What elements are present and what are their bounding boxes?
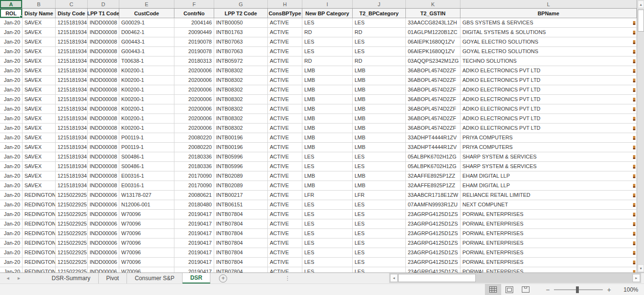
cell[interactable]: T00638-1 (119, 57, 174, 66)
cell[interactable]: INTB05972 (214, 57, 268, 66)
cell[interactable]: E00316-1 (119, 181, 174, 191)
cell[interactable]: INDD00006 (88, 267, 119, 272)
cell[interactable]: LES (353, 18, 406, 28)
cell[interactable]: Jan-20 (0, 267, 23, 272)
new-sheet-button[interactable]: + (219, 274, 227, 283)
cell[interactable]: Jan-20 (0, 124, 23, 133)
cell[interactable]: INTB08302 (214, 104, 268, 114)
cell[interactable]: 23AGRPG4125D1ZS (406, 267, 460, 272)
cell[interactable]: LMB (302, 104, 353, 114)
cell[interactable]: 1215022925 (56, 200, 88, 210)
cell[interactable]: INTB05996 (214, 162, 268, 171)
cell[interactable]: ACTIVE (268, 248, 302, 258)
cell[interactable]: LMB (302, 181, 353, 191)
cell[interactable]: 20190417 (174, 238, 214, 248)
cell[interactable]: SAVEX (23, 37, 56, 47)
cell[interactable]: ACTIVE (268, 191, 302, 200)
cell[interactable]: SAVEX (23, 66, 56, 76)
cell[interactable]: ADIKO ELECTRONICS PVT LTD (460, 66, 637, 76)
cell[interactable]: LMB (302, 133, 353, 143)
cell[interactable]: DIGITAL SYSTEMS & SOLUTIONS (460, 28, 637, 37)
cell[interactable]: PRIYA COMPUTERS (460, 133, 637, 143)
cell[interactable]: P00119-1 (119, 133, 174, 143)
cell[interactable]: ADIKO ELECTRONICS PVT LTD (460, 95, 637, 104)
cell[interactable]: 36ABOPL4574D2ZF (406, 124, 460, 133)
cell[interactable]: Jan-20 (0, 85, 23, 95)
cell[interactable]: PORWAL ENTERPRISES (460, 248, 637, 258)
cell[interactable]: ACTIVE (268, 152, 302, 162)
cell[interactable]: SAVEX (23, 181, 56, 191)
cell[interactable]: REDINGTON (23, 191, 56, 200)
cell[interactable]: Jan-20 (0, 238, 23, 248)
cell[interactable]: ACTIVE (268, 219, 302, 229)
cell[interactable]: LES (302, 248, 353, 258)
scroll-right-icon[interactable]: ► (632, 274, 640, 282)
cell[interactable]: INDD00006 (88, 238, 119, 248)
cell[interactable]: SHARP SYSTEM & SERVICES (460, 162, 637, 171)
cell[interactable]: LMB (302, 171, 353, 181)
cell[interactable]: E00316-1 (119, 171, 174, 181)
cell[interactable]: ADIKO ELECTRONICS PVT LTD (460, 124, 637, 133)
cell[interactable]: K00200-1 (119, 95, 174, 104)
page-layout-view-button[interactable] (501, 284, 518, 295)
cell[interactable]: 36ABOPL4574D2ZF (406, 85, 460, 95)
cell[interactable]: LES (302, 238, 353, 248)
cell[interactable]: Jan-20 (0, 18, 23, 28)
cell[interactable]: LMB (302, 76, 353, 85)
sheet-tab-pivot[interactable]: Pivot (99, 273, 127, 284)
cell[interactable]: LES (353, 200, 406, 210)
cell[interactable]: LES (353, 152, 406, 162)
zoom-slider[interactable] (554, 289, 603, 290)
cell[interactable]: 20190417 (174, 267, 214, 272)
cell[interactable]: INTB02089 (214, 171, 268, 181)
header-cell[interactable]: ROL (0, 9, 23, 18)
column-header-B[interactable]: B (23, 0, 56, 8)
cell[interactable]: REDINGTON (23, 210, 56, 219)
cell[interactable]: SAVEX (23, 124, 56, 133)
cell[interactable]: PORWAL ENTERPRISES (460, 210, 637, 219)
cell[interactable]: 20200006 (174, 76, 214, 85)
cell[interactable]: LES (302, 210, 353, 219)
cell[interactable]: D00462-1 (119, 28, 174, 37)
cell[interactable]: 1215181934 (56, 104, 88, 114)
cell[interactable]: Jan-20 (0, 76, 23, 85)
next-sheet-icon[interactable]: ► (17, 276, 21, 281)
cell[interactable]: EHAM DIGITAL LLP (460, 171, 637, 181)
cell[interactable]: 1215022925 (56, 210, 88, 219)
cell[interactable]: P00119-1 (119, 143, 174, 152)
cell[interactable]: 05ALBPK6702H1ZG (406, 162, 460, 171)
cell[interactable]: 07AAMFN9993R1ZU (406, 200, 460, 210)
cell[interactable]: ACTIVE (268, 133, 302, 143)
cell[interactable]: ACTIVE (268, 104, 302, 114)
cell[interactable]: LMB (353, 143, 406, 152)
cell[interactable]: ACTIVE (268, 66, 302, 76)
cell[interactable]: 01AGLPM1220B1ZC (406, 28, 460, 37)
cell[interactable]: W70096 (119, 210, 174, 219)
cell[interactable]: 20180336 (174, 162, 214, 171)
cell[interactable]: 36ABOPL4574D2ZF (406, 66, 460, 76)
cell[interactable]: 20200006 (174, 66, 214, 76)
cell[interactable]: LMB (353, 95, 406, 104)
cell[interactable]: Jan-20 (0, 66, 23, 76)
cell[interactable]: 2004146 (174, 18, 214, 28)
cell[interactable]: 20190417 (174, 210, 214, 219)
horizontal-scroll-thumb[interactable] (398, 274, 476, 282)
cell[interactable]: ADIKO ELECTRONICS PVT LTD (460, 104, 637, 114)
cell[interactable]: S00486-1 (119, 162, 174, 171)
cell[interactable]: SAVEX (23, 18, 56, 28)
cell[interactable]: INDD00008 (88, 85, 119, 95)
column-header-E[interactable]: E (119, 0, 174, 8)
header-cell[interactable]: Disty Name (23, 9, 56, 18)
cell[interactable]: 20190417 (174, 258, 214, 267)
cell[interactable]: REDINGTON (23, 229, 56, 238)
prev-sheet-icon[interactable]: ◄ (6, 276, 10, 281)
cell[interactable]: ACTIVE (268, 181, 302, 191)
scroll-up-icon[interactable]: ▲ (638, 0, 644, 8)
cell[interactable]: 20200006 (174, 95, 214, 104)
cell[interactable]: INDD00008 (88, 124, 119, 133)
cell[interactable]: LMB (302, 85, 353, 95)
cell[interactable]: LMB (302, 66, 353, 76)
cell[interactable]: INTB08302 (214, 76, 268, 85)
cell[interactable]: 23AGRPG4125D1ZS (406, 258, 460, 267)
cell[interactable]: K00200-1 (119, 76, 174, 85)
